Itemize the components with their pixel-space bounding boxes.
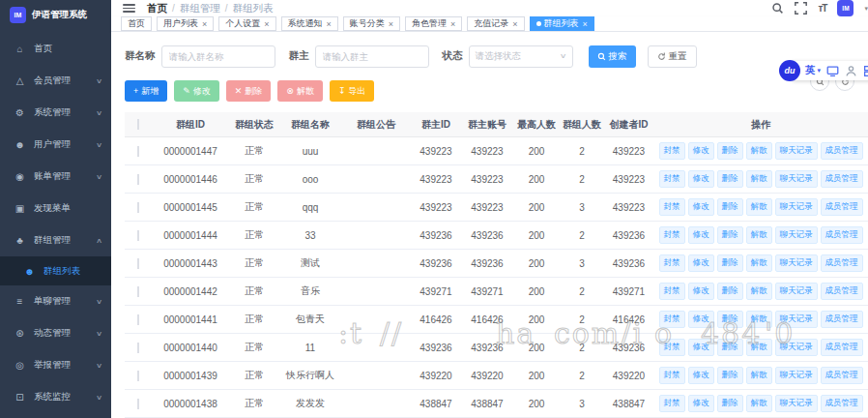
封禁-row-button[interactable]: 封禁 <box>659 142 685 160</box>
聊天记录-row-button[interactable]: 聊天记录 <box>775 367 818 384</box>
row-checkbox[interactable] <box>137 174 139 185</box>
删除-button[interactable]: ✕删除 <box>226 80 272 102</box>
person-icon[interactable] <box>845 65 857 77</box>
tab-账号分类[interactable]: 账号分类× <box>343 16 400 31</box>
解散-row-button[interactable]: 解散 <box>746 170 772 188</box>
聊天记录-row-button[interactable]: 聊天记录 <box>775 339 818 356</box>
解散-row-button[interactable]: 解散 <box>746 311 772 328</box>
解散-button[interactable]: ⊗解散 <box>277 80 323 102</box>
删除-row-button[interactable]: 删除 <box>717 198 743 216</box>
成员管理-row-button[interactable]: 成员管理 <box>821 367 863 384</box>
修改-row-button[interactable]: 修改 <box>688 198 714 216</box>
sidebar-item-首页[interactable]: ⌂首页 <box>0 33 111 65</box>
修改-row-button[interactable]: 修改 <box>688 170 714 188</box>
成员管理-row-button[interactable]: 成员管理 <box>821 311 863 328</box>
修改-row-button[interactable]: 修改 <box>688 367 714 384</box>
row-checkbox[interactable] <box>137 314 139 325</box>
删除-row-button[interactable]: 删除 <box>717 142 743 160</box>
解散-row-button[interactable]: 解散 <box>746 395 772 412</box>
group-name-input[interactable] <box>161 45 275 68</box>
聊天记录-row-button[interactable]: 聊天记录 <box>775 311 818 328</box>
reset-button[interactable]: 重置 <box>648 45 697 68</box>
删除-row-button[interactable]: 删除 <box>717 367 743 384</box>
成员管理-row-button[interactable]: 成员管理 <box>821 198 863 216</box>
sidebar-item-系统监控[interactable]: ⊡系统监控∨ <box>0 381 111 413</box>
修改-row-button[interactable]: 修改 <box>688 142 714 160</box>
tab-群组列表[interactable]: 群组列表× <box>530 16 594 31</box>
聊天记录-row-button[interactable]: 聊天记录 <box>775 198 818 216</box>
sidebar-item-单聊管理[interactable]: ≡单聊管理∨ <box>0 285 111 317</box>
close-icon[interactable]: × <box>264 19 269 29</box>
封禁-row-button[interactable]: 封禁 <box>659 170 685 188</box>
sidebar-item-账单管理[interactable]: ◉账单管理∨ <box>0 161 111 193</box>
avatar[interactable]: IM <box>837 0 854 16</box>
tab-角色管理[interactable]: 角色管理× <box>405 16 462 31</box>
解散-row-button[interactable]: 解散 <box>746 198 772 216</box>
tab-个人设置[interactable]: 个人设置× <box>218 16 275 31</box>
sidebar-item-动态管理[interactable]: ⊛动态管理∨ <box>0 317 111 349</box>
breadcrumb-item[interactable]: 首页 <box>147 2 167 15</box>
row-checkbox[interactable] <box>137 202 139 213</box>
row-checkbox[interactable] <box>137 258 139 269</box>
sidebar-item-群组管理[interactable]: ♣群组管理∧ <box>0 224 111 256</box>
translate-logo-icon[interactable]: du <box>779 60 800 81</box>
解散-row-button[interactable]: 解散 <box>746 283 772 300</box>
sidebar-item-会员管理[interactable]: △会员管理∨ <box>0 65 111 97</box>
聊天记录-row-button[interactable]: 聊天记录 <box>775 254 818 272</box>
聊天记录-row-button[interactable]: 聊天记录 <box>775 283 818 300</box>
封禁-row-button[interactable]: 封禁 <box>659 311 685 328</box>
tab-系统通知[interactable]: 系统通知× <box>281 16 338 31</box>
sidebar-item-系统工具[interactable]: ⚒系统工具∨ <box>0 413 111 418</box>
row-checkbox[interactable] <box>137 230 139 241</box>
删除-row-button[interactable]: 删除 <box>717 283 743 300</box>
sidebar-item-用户管理[interactable]: ☻用户管理∨ <box>0 129 111 161</box>
row-checkbox[interactable] <box>137 343 139 353</box>
app-logo[interactable]: IM 伊语管理系统 <box>0 0 111 29</box>
新增-button[interactable]: +新增 <box>125 80 167 102</box>
封禁-row-button[interactable]: 封禁 <box>659 254 685 272</box>
sidebar-item-举报管理[interactable]: ◎举报管理∨ <box>0 349 111 381</box>
删除-row-button[interactable]: 删除 <box>717 170 743 188</box>
封禁-row-button[interactable]: 封禁 <box>659 198 685 216</box>
修改-row-button[interactable]: 修改 <box>688 339 714 356</box>
tab-用户列表[interactable]: 用户列表× <box>157 16 214 31</box>
search-icon[interactable] <box>771 2 784 15</box>
row-checkbox[interactable] <box>137 399 139 409</box>
解散-row-button[interactable]: 解散 <box>746 142 772 160</box>
search-button[interactable]: 搜索 <box>589 45 636 68</box>
删除-row-button[interactable]: 删除 <box>717 339 743 356</box>
close-icon[interactable]: × <box>389 19 393 29</box>
导出-button[interactable]: ↧导出 <box>330 80 375 102</box>
sidebar-toggle-icon[interactable] <box>123 4 135 13</box>
row-checkbox[interactable] <box>137 371 139 381</box>
成员管理-row-button[interactable]: 成员管理 <box>821 142 863 160</box>
row-checkbox[interactable] <box>137 146 139 157</box>
修改-button[interactable]: ✎修改 <box>174 80 219 102</box>
chevron-down-icon[interactable]: ▾ <box>864 5 868 13</box>
删除-row-button[interactable]: 删除 <box>717 226 743 244</box>
close-icon[interactable]: × <box>450 19 455 29</box>
tab-首页[interactable]: 首页× <box>121 16 152 31</box>
成员管理-row-button[interactable]: 成员管理 <box>821 395 863 412</box>
close-icon[interactable]: × <box>202 19 207 29</box>
成员管理-row-button[interactable]: 成员管理 <box>821 283 863 300</box>
成员管理-row-button[interactable]: 成员管理 <box>821 226 863 244</box>
close-icon[interactable]: × <box>512 19 517 29</box>
删除-row-button[interactable]: 删除 <box>717 311 743 328</box>
解散-row-button[interactable]: 解散 <box>746 339 772 356</box>
row-checkbox[interactable] <box>137 286 139 297</box>
聊天记录-row-button[interactable]: 聊天记录 <box>775 170 818 188</box>
封禁-row-button[interactable]: 封禁 <box>659 395 685 412</box>
settings-icon[interactable] <box>863 65 868 77</box>
删除-row-button[interactable]: 删除 <box>717 395 743 412</box>
sidebar-item-发现菜单[interactable]: ▣发现菜单 <box>0 193 111 224</box>
chevron-down-icon[interactable]: ▾ <box>817 67 821 75</box>
close-icon[interactable]: × <box>583 19 588 29</box>
成员管理-row-button[interactable]: 成员管理 <box>821 339 863 356</box>
sidebar-item-群组列表[interactable]: ☻群组列表 <box>0 256 111 285</box>
解散-row-button[interactable]: 解散 <box>746 254 772 272</box>
封禁-row-button[interactable]: 封禁 <box>659 339 685 356</box>
解散-row-button[interactable]: 解散 <box>746 226 772 244</box>
fullscreen-icon[interactable] <box>795 2 807 15</box>
解散-row-button[interactable]: 解散 <box>746 367 772 384</box>
